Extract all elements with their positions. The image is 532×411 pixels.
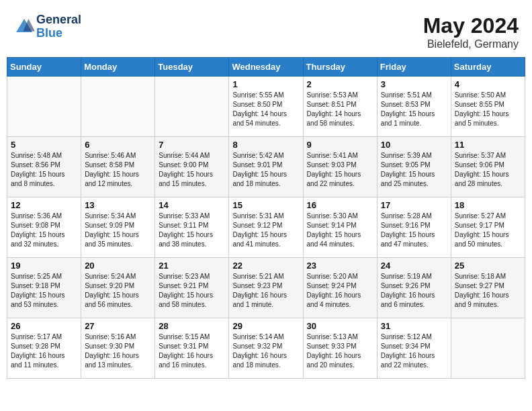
week-row-3: 12Sunrise: 5:36 AM Sunset: 9:08 PM Dayli…	[7, 197, 525, 258]
cell-content: Sunrise: 5:16 AM Sunset: 9:30 PM Dayligh…	[85, 332, 151, 370]
cell-content: Sunrise: 5:27 AM Sunset: 9:17 PM Dayligh…	[455, 212, 521, 249]
calendar-table: SundayMondayTuesdayWednesdayThursdayFrid…	[7, 57, 525, 379]
cell-content: Sunrise: 5:30 AM Sunset: 9:14 PM Dayligh…	[307, 212, 373, 249]
day-number: 6	[85, 140, 151, 150]
weekday-header-monday: Monday	[81, 58, 155, 77]
calendar-cell: 15Sunrise: 5:31 AM Sunset: 9:12 PM Dayli…	[229, 197, 303, 258]
calendar-cell: 10Sunrise: 5:39 AM Sunset: 9:05 PM Dayli…	[377, 137, 451, 197]
day-number: 19	[11, 261, 77, 271]
cell-content: Sunrise: 5:53 AM Sunset: 8:51 PM Dayligh…	[307, 91, 373, 128]
cell-content: Sunrise: 5:46 AM Sunset: 8:58 PM Dayligh…	[85, 151, 151, 189]
calendar-cell: 3Sunrise: 5:51 AM Sunset: 8:53 PM Daylig…	[377, 77, 451, 137]
cell-content: Sunrise: 5:20 AM Sunset: 9:24 PM Dayligh…	[307, 272, 373, 310]
day-number: 22	[232, 261, 299, 271]
cell-content: Sunrise: 5:17 AM Sunset: 9:28 PM Dayligh…	[11, 332, 77, 370]
calendar-cell: 26Sunrise: 5:17 AM Sunset: 9:28 PM Dayli…	[7, 318, 81, 379]
day-number: 15	[232, 200, 299, 210]
calendar-cell: 27Sunrise: 5:16 AM Sunset: 9:30 PM Dayli…	[81, 318, 155, 379]
day-number: 17	[381, 200, 447, 210]
cell-content: Sunrise: 5:37 AM Sunset: 9:06 PM Dayligh…	[455, 151, 521, 189]
calendar-cell: 23Sunrise: 5:20 AM Sunset: 9:24 PM Dayli…	[303, 258, 377, 318]
calendar-cell: 1Sunrise: 5:55 AM Sunset: 8:50 PM Daylig…	[229, 77, 303, 137]
day-number: 21	[159, 261, 225, 271]
cell-content: Sunrise: 5:23 AM Sunset: 9:21 PM Dayligh…	[159, 272, 225, 310]
day-number: 27	[85, 321, 151, 331]
cell-content: Sunrise: 5:13 AM Sunset: 9:33 PM Dayligh…	[307, 332, 373, 370]
cell-content: Sunrise: 5:33 AM Sunset: 9:11 PM Dayligh…	[159, 212, 225, 249]
cell-content: Sunrise: 5:18 AM Sunset: 9:27 PM Dayligh…	[455, 272, 521, 310]
calendar-cell: 12Sunrise: 5:36 AM Sunset: 9:08 PM Dayli…	[7, 197, 81, 258]
week-row-1: 1Sunrise: 5:55 AM Sunset: 8:50 PM Daylig…	[7, 77, 525, 137]
day-number: 3	[381, 79, 447, 89]
week-row-5: 26Sunrise: 5:17 AM Sunset: 9:28 PM Dayli…	[7, 318, 525, 379]
day-number: 30	[307, 321, 373, 331]
month-year: May 2024	[423, 13, 519, 38]
day-number: 20	[85, 261, 151, 271]
calendar-cell: 29Sunrise: 5:14 AM Sunset: 9:32 PM Dayli…	[229, 318, 303, 379]
cell-content: Sunrise: 5:31 AM Sunset: 9:12 PM Dayligh…	[232, 212, 299, 249]
cell-content: Sunrise: 5:15 AM Sunset: 9:31 PM Dayligh…	[159, 332, 225, 370]
calendar-cell	[451, 318, 525, 379]
cell-content: Sunrise: 5:12 AM Sunset: 9:34 PM Dayligh…	[381, 332, 447, 370]
calendar-cell: 2Sunrise: 5:53 AM Sunset: 8:51 PM Daylig…	[303, 77, 377, 137]
day-number: 10	[381, 140, 447, 150]
day-number: 14	[159, 200, 225, 210]
logo-icon	[13, 16, 35, 38]
cell-content: Sunrise: 5:28 AM Sunset: 9:16 PM Dayligh…	[381, 212, 447, 249]
calendar-cell: 5Sunrise: 5:48 AM Sunset: 8:56 PM Daylig…	[7, 137, 81, 197]
calendar-cell: 19Sunrise: 5:25 AM Sunset: 9:18 PM Dayli…	[7, 258, 81, 318]
weekday-header-wednesday: Wednesday	[229, 58, 303, 77]
calendar-cell: 16Sunrise: 5:30 AM Sunset: 9:14 PM Dayli…	[303, 197, 377, 258]
calendar-cell: 6Sunrise: 5:46 AM Sunset: 8:58 PM Daylig…	[81, 137, 155, 197]
cell-content: Sunrise: 5:34 AM Sunset: 9:09 PM Dayligh…	[85, 212, 151, 249]
page-header: General Blue May 2024 Bielefeld, Germany	[7, 7, 525, 54]
cell-content: Sunrise: 5:24 AM Sunset: 9:20 PM Dayligh…	[85, 272, 151, 310]
calendar-cell: 28Sunrise: 5:15 AM Sunset: 9:31 PM Dayli…	[155, 318, 229, 379]
week-row-2: 5Sunrise: 5:48 AM Sunset: 8:56 PM Daylig…	[7, 137, 525, 197]
calendar-cell	[7, 77, 81, 137]
day-number: 26	[11, 321, 77, 331]
calendar-cell: 13Sunrise: 5:34 AM Sunset: 9:09 PM Dayli…	[81, 197, 155, 258]
weekday-header-thursday: Thursday	[303, 58, 377, 77]
logo-line2: Blue	[36, 27, 81, 40]
calendar-cell: 9Sunrise: 5:41 AM Sunset: 9:03 PM Daylig…	[303, 137, 377, 197]
weekday-header-saturday: Saturday	[451, 58, 525, 77]
day-number: 11	[455, 140, 521, 150]
day-number: 12	[11, 200, 77, 210]
cell-content: Sunrise: 5:50 AM Sunset: 8:55 PM Dayligh…	[455, 91, 521, 128]
day-number: 13	[85, 200, 151, 210]
calendar-cell: 21Sunrise: 5:23 AM Sunset: 9:21 PM Dayli…	[155, 258, 229, 318]
calendar-cell: 8Sunrise: 5:42 AM Sunset: 9:01 PM Daylig…	[229, 137, 303, 197]
cell-content: Sunrise: 5:14 AM Sunset: 9:32 PM Dayligh…	[232, 332, 299, 370]
cell-content: Sunrise: 5:21 AM Sunset: 9:23 PM Dayligh…	[232, 272, 299, 310]
calendar-cell	[155, 77, 229, 137]
day-number: 31	[381, 321, 447, 331]
day-number: 29	[232, 321, 299, 331]
day-number: 7	[159, 140, 225, 150]
cell-content: Sunrise: 5:42 AM Sunset: 9:01 PM Dayligh…	[232, 151, 299, 189]
calendar-cell: 31Sunrise: 5:12 AM Sunset: 9:34 PM Dayli…	[377, 318, 451, 379]
cell-content: Sunrise: 5:36 AM Sunset: 9:08 PM Dayligh…	[11, 212, 77, 249]
calendar-cell: 25Sunrise: 5:18 AM Sunset: 9:27 PM Dayli…	[451, 258, 525, 318]
calendar-cell: 14Sunrise: 5:33 AM Sunset: 9:11 PM Dayli…	[155, 197, 229, 258]
cell-content: Sunrise: 5:51 AM Sunset: 8:53 PM Dayligh…	[381, 91, 447, 128]
cell-content: Sunrise: 5:19 AM Sunset: 9:26 PM Dayligh…	[381, 272, 447, 310]
weekday-header-row: SundayMondayTuesdayWednesdayThursdayFrid…	[7, 58, 525, 77]
cell-content: Sunrise: 5:55 AM Sunset: 8:50 PM Dayligh…	[232, 91, 299, 128]
title-block: May 2024 Bielefeld, Germany	[423, 13, 519, 50]
calendar-cell: 7Sunrise: 5:44 AM Sunset: 9:00 PM Daylig…	[155, 137, 229, 197]
logo: General Blue	[13, 13, 81, 40]
cell-content: Sunrise: 5:39 AM Sunset: 9:05 PM Dayligh…	[381, 151, 447, 189]
day-number: 25	[455, 261, 521, 271]
week-row-4: 19Sunrise: 5:25 AM Sunset: 9:18 PM Dayli…	[7, 258, 525, 318]
logo-line1: General	[36, 13, 81, 27]
calendar-cell: 4Sunrise: 5:50 AM Sunset: 8:55 PM Daylig…	[451, 77, 525, 137]
cell-content: Sunrise: 5:44 AM Sunset: 9:00 PM Dayligh…	[159, 151, 225, 189]
calendar-cell: 24Sunrise: 5:19 AM Sunset: 9:26 PM Dayli…	[377, 258, 451, 318]
calendar-cell	[81, 77, 155, 137]
cell-content: Sunrise: 5:41 AM Sunset: 9:03 PM Dayligh…	[307, 151, 373, 189]
calendar-cell: 17Sunrise: 5:28 AM Sunset: 9:16 PM Dayli…	[377, 197, 451, 258]
day-number: 1	[232, 79, 299, 89]
calendar-cell: 22Sunrise: 5:21 AM Sunset: 9:23 PM Dayli…	[229, 258, 303, 318]
day-number: 2	[307, 79, 373, 89]
